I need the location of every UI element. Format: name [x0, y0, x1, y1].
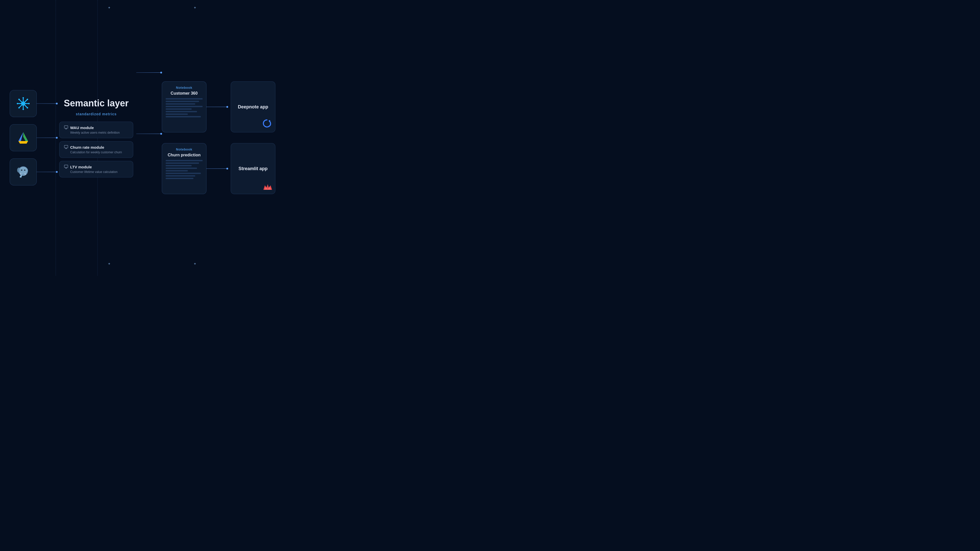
wau-module-name: WAU module — [70, 125, 94, 130]
nl-2 — [165, 101, 199, 102]
notebook-label-customer360: Notebook — [165, 86, 203, 89]
snowflake-line — [37, 103, 57, 104]
notebook-label-churn: Notebook — [165, 148, 203, 151]
notebook-card-customer360[interactable]: Notebook Customer 360 — [162, 81, 207, 132]
snowflake-icon — [16, 97, 30, 110]
module-card-wau[interactable]: WAU module Weekly active users metric de… — [59, 121, 133, 138]
ltv-module-desc: Customer lifetime value calculation — [64, 170, 128, 173]
nl-7 — [165, 114, 188, 115]
source-card-gdrive — [10, 124, 37, 151]
monitor-icon-churn — [64, 145, 68, 149]
app-card-deepnote[interactable]: Deepnote app — [231, 81, 275, 132]
apps-panel: Deepnote app Streamlit app — [231, 81, 275, 194]
main-scene: ✦ ✦ ✦ ✦ — [0, 0, 490, 275]
svg-point-14 — [22, 103, 24, 105]
svg-point-20 — [21, 170, 22, 171]
gdrive-icon — [16, 131, 30, 144]
source-card-snowflake — [10, 90, 37, 117]
notebook-lines-customer360 — [165, 98, 203, 129]
wau-module-desc: Weekly active users metric definition — [64, 130, 128, 134]
star-bl: ✦ — [108, 262, 111, 266]
svg-point-8 — [28, 103, 30, 104]
svg-point-32 — [269, 120, 270, 122]
nl-8 — [165, 116, 201, 118]
svg-point-10 — [27, 107, 28, 109]
monitor-icon-ltv — [64, 165, 68, 169]
svg-rect-29 — [64, 165, 68, 168]
svg-point-9 — [18, 99, 20, 100]
semantic-layer-panel: Semantic layer standardized metrics WAU … — [59, 98, 133, 178]
line-notebook1-to-app1 — [206, 107, 228, 107]
source-panel — [10, 90, 37, 186]
star-tl: ✦ — [108, 6, 111, 10]
nl-4 — [165, 106, 203, 107]
app-card-streamlit[interactable]: Streamlit app — [231, 143, 275, 194]
semantic-title: Semantic layer — [64, 98, 129, 108]
nl-1 — [165, 98, 203, 100]
svg-point-7 — [17, 103, 18, 104]
star-br: ✦ — [193, 262, 197, 266]
notebook-title-churn: Churn prediction — [165, 153, 203, 157]
gdrive-line — [37, 138, 57, 138]
postgres-icon — [16, 165, 30, 179]
nc-1 — [165, 160, 203, 161]
module-card-ltv[interactable]: LTV module Customer lifetime value calcu… — [59, 161, 133, 177]
nc-5 — [165, 170, 188, 171]
svg-marker-17 — [18, 141, 28, 144]
nc-3 — [165, 165, 192, 166]
svg-point-5 — [22, 97, 24, 99]
nl-3 — [165, 103, 195, 105]
nc-7 — [165, 175, 195, 176]
svg-point-21 — [24, 170, 25, 171]
deepnote-logo — [262, 118, 272, 129]
semantic-subtitle: standardized metrics — [76, 112, 117, 116]
streamlit-logo — [263, 183, 272, 191]
churn-module-name: Churn rate module — [70, 145, 104, 149]
star-tr: ✦ — [193, 6, 197, 10]
module-card-ltv-header: LTV module — [64, 165, 128, 169]
source-card-postgres — [10, 159, 37, 186]
nl-6 — [165, 111, 197, 112]
postgres-line — [37, 172, 57, 172]
notebook-card-churn[interactable]: Notebook Churn prediction — [162, 143, 207, 194]
svg-rect-26 — [64, 145, 68, 148]
svg-point-11 — [27, 99, 28, 100]
streamlit-app-name: Streamlit app — [239, 166, 267, 171]
module-card-churn[interactable]: Churn rate module Calculation for weekly… — [59, 141, 133, 158]
monitor-icon-wau — [64, 125, 68, 130]
nc-4 — [165, 168, 197, 169]
churn-module-desc: Calculation for weekly customer churn — [64, 150, 128, 154]
deepnote-app-name: Deepnote app — [238, 104, 268, 110]
notebook-lines-churn — [165, 160, 203, 191]
svg-point-12 — [18, 107, 20, 109]
svg-rect-23 — [64, 126, 68, 128]
line-notebook2-to-app2 — [206, 168, 228, 169]
ltv-module-name: LTV module — [70, 165, 92, 169]
nc-2 — [165, 162, 199, 164]
notebook-title-customer360: Customer 360 — [165, 91, 203, 96]
svg-marker-15 — [18, 132, 23, 141]
nl-5 — [165, 108, 192, 110]
nc-6 — [165, 173, 201, 174]
module-card-wau-header: WAU module — [64, 125, 128, 130]
svg-point-6 — [22, 109, 24, 110]
notebooks-panel: Notebook Customer 360 Notebook Churn pre… — [162, 81, 207, 194]
svg-marker-16 — [23, 132, 28, 141]
module-card-churn-header: Churn rate module — [64, 145, 128, 149]
nc-8 — [165, 178, 193, 179]
